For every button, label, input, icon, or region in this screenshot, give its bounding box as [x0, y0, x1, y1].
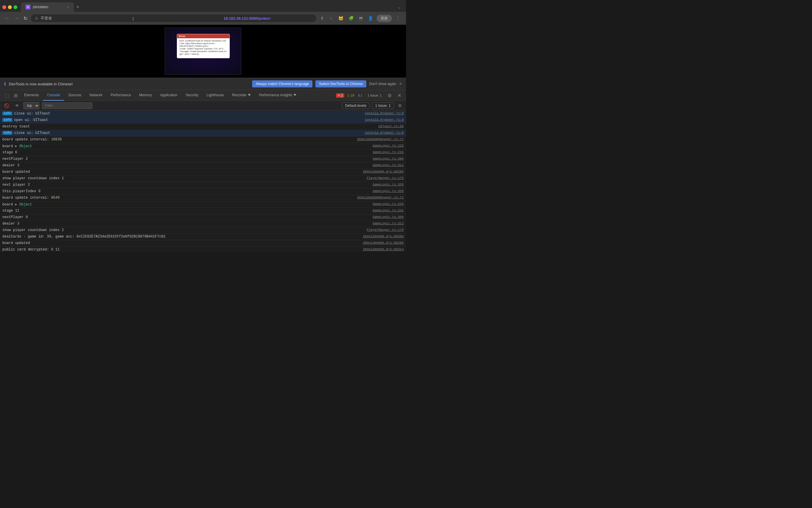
security-icon: ⚠ — [35, 16, 38, 20]
console-source[interactable]: UIToast.ts:66 — [378, 125, 404, 128]
console-source[interactable]: GameLogic.ts:306 — [372, 215, 404, 219]
console-source[interactable]: GameLogic.ts:231 — [372, 151, 404, 154]
profile-btn[interactable]: 👤 — [366, 15, 375, 22]
devtools-tab-bar: ⬚ ⊞ Elements Console Sources Network Per… — [0, 90, 406, 101]
console-source[interactable]: GameLogic.ts:225 — [372, 202, 404, 206]
console-source[interactable]: GameLogic.ts:312 — [372, 222, 404, 225]
devtools-panel: ℹ DevTools is now available in Chinese! … — [0, 78, 406, 252]
console-source[interactable]: GameLogic.ts:355 — [372, 183, 404, 186]
console-source[interactable]: ZKHoldemSDKManager.ts:71 — [357, 196, 404, 199]
devtools-right-actions: ✖ 2 ⚠ 19 ℹ 1 1 Issue: 1 ⚙ ✕ — [336, 91, 404, 100]
new-tab-btn[interactable]: + — [74, 4, 82, 10]
console-source[interactable]: GameLogic.ts:356 — [372, 189, 404, 193]
console-source[interactable]: GameLogic.ts:225 — [372, 144, 404, 147]
share-btn[interactable]: ⬆ — [319, 15, 326, 22]
tab-performance-insights[interactable]: Performance insights ⚑ — [255, 90, 301, 101]
console-toolbar: 🚫 👁 top Default levels 1 Issue: 1 ⚙ — [0, 101, 406, 111]
tab-close-btn[interactable]: × — [67, 5, 69, 9]
console-source[interactable]: GameLogic.ts:306 — [372, 157, 404, 160]
sidebar-btn[interactable]: ⬒ — [357, 15, 364, 22]
console-row: destroy toast UIToast.ts:66 — [0, 124, 406, 130]
match-language-btn[interactable]: Always match Chrome's language — [252, 80, 312, 87]
tab-performance[interactable]: Performance — [106, 90, 135, 101]
tab-sources[interactable]: Sources — [64, 90, 85, 101]
tab-console[interactable]: Console — [43, 90, 64, 101]
notif-close-btn[interactable]: × — [399, 81, 402, 87]
minimize-window-btn[interactable] — [8, 5, 12, 9]
tab-bar-menu[interactable]: ⌄ — [398, 5, 404, 9]
forward-btn[interactable]: → — [13, 14, 20, 22]
close-window-btn[interactable] — [2, 5, 6, 9]
console-text: stage 11 — [2, 209, 370, 213]
console-row: info open ui: UIToast consola.browser.js… — [0, 117, 406, 124]
bookmark-btn[interactable]: ☆ — [327, 15, 335, 22]
address-domain-separator: | — [133, 16, 221, 20]
console-text: show player countdown index 2 — [2, 228, 364, 232]
console-source[interactable]: PlayerManger.ts:175 — [367, 228, 404, 231]
show-live-expressions-btn[interactable]: 👁 — [13, 102, 21, 109]
console-source[interactable]: ZKHoldemSDK.mjs:88209 — [363, 235, 404, 238]
game-screenshot: Error Error: insufficient funds for intr… — [165, 28, 241, 75]
tab-security[interactable]: Security — [182, 90, 202, 101]
console-text: public card decrypted: 6 11 — [2, 248, 360, 252]
console-text: board update interval: 8549 — [2, 196, 355, 200]
tab-elements[interactable]: Elements — [20, 90, 43, 101]
browser-tab[interactable]: ♠ zkHoldem × — [21, 2, 74, 12]
info-badge: info — [2, 118, 12, 122]
issues-count-btn[interactable]: 1 Issue: 1 — [372, 102, 394, 109]
console-source[interactable]: PlayerManger.ts:175 — [367, 176, 404, 180]
tab-lighthouse[interactable]: Lighthouse — [202, 90, 228, 101]
console-content: info close ui: UIToast consola.browser.j… — [0, 111, 406, 252]
console-text: board ▶ Object — [2, 144, 370, 149]
reload-btn[interactable]: ↻ — [22, 14, 29, 23]
console-text: board update interval: 10639 — [2, 137, 355, 141]
info-badge: info — [2, 112, 12, 115]
clear-console-btn[interactable]: 🚫 — [2, 102, 11, 109]
console-source[interactable]: ZKHoldemSDKManager.ts:71 — [357, 137, 404, 141]
console-source[interactable]: GameLogic.ts:312 — [372, 163, 404, 167]
issues-badge[interactable]: 1 Issue: 1 — [365, 93, 384, 97]
console-source[interactable]: ZKHoldemSDK.mjs:88286 — [363, 241, 404, 245]
switch-language-btn[interactable]: Switch DevTools to Chinese — [315, 80, 366, 87]
dont-show-again-btn[interactable]: Don't show again — [369, 82, 396, 86]
device-toolbar-btn[interactable]: ⊞ — [11, 91, 20, 100]
warning-count-badge[interactable]: ⚠ 19 — [346, 93, 356, 98]
tab-network[interactable]: Network — [85, 90, 106, 101]
info-count-badge[interactable]: ℹ 1 — [357, 93, 364, 98]
console-settings-btn[interactable]: ⚙ — [396, 102, 404, 109]
menu-btn[interactable]: ⋮ — [394, 14, 402, 23]
tab-application[interactable]: Application — [156, 90, 182, 101]
tab-recorder[interactable]: Recorder ⚑ — [228, 90, 255, 101]
console-source[interactable]: ZKHoldemSDK.mjs:88286 — [363, 170, 404, 173]
context-selector[interactable]: top — [23, 102, 39, 109]
console-source[interactable]: consola.browser.js:8 — [365, 112, 404, 115]
profile-icon[interactable]: 🐱 — [336, 15, 345, 22]
console-row: info close ui: UIToast consola.browser.j… — [0, 111, 406, 117]
inspect-element-btn[interactable]: ⬚ — [2, 91, 11, 100]
extensions-btn[interactable]: 🧩 — [347, 15, 355, 22]
console-filter-input[interactable] — [42, 102, 92, 109]
update-btn[interactable]: 更新 — [376, 15, 392, 22]
console-row: board updated ZKHoldemSDK.mjs:88286 — [0, 169, 406, 175]
back-btn[interactable]: ← — [4, 14, 11, 22]
devtools-close-btn[interactable]: ✕ — [395, 91, 404, 100]
maximize-window-btn[interactable] — [13, 5, 17, 9]
console-source[interactable]: GameLogic.ts:231 — [372, 209, 404, 212]
nav-actions: ⬆ ☆ 🐱 🧩 ⬒ 👤 更新 ⋮ — [319, 14, 402, 23]
console-row: nextPlayer 0 GameLogic.ts:306 — [0, 214, 406, 221]
console-row: board update interval: 10639 ZKHoldemSDK… — [0, 136, 406, 143]
address-bar[interactable]: ⚠ 不安全 | 18.182.39.121:8080/poker/ — [31, 14, 316, 22]
error-count-badge[interactable]: ✖ 2 — [336, 93, 344, 98]
console-source[interactable]: consola.browser.js:8 — [365, 118, 404, 122]
console-source[interactable]: consola.browser.js:8 — [365, 131, 404, 134]
console-text: this.playerIndex 0 — [2, 189, 370, 194]
console-row: stage 6 GameLogic.ts:231 — [0, 150, 406, 156]
tab-favicon: ♠ — [26, 5, 30, 9]
tab-memory[interactable]: Memory — [135, 90, 156, 101]
console-row: dealer 3 GameLogic.ts:312 — [0, 221, 406, 227]
console-row: next player 2 GameLogic.ts:355 — [0, 182, 406, 188]
console-source[interactable]: ZKHoldemSDK.mjs:88314 — [363, 248, 404, 251]
default-levels-btn[interactable]: Default levels — [342, 102, 369, 109]
devtools-settings-btn[interactable]: ⚙ — [385, 91, 394, 100]
console-row: public card decrypted: 6 11 ZKHoldemSDK.… — [0, 247, 406, 252]
